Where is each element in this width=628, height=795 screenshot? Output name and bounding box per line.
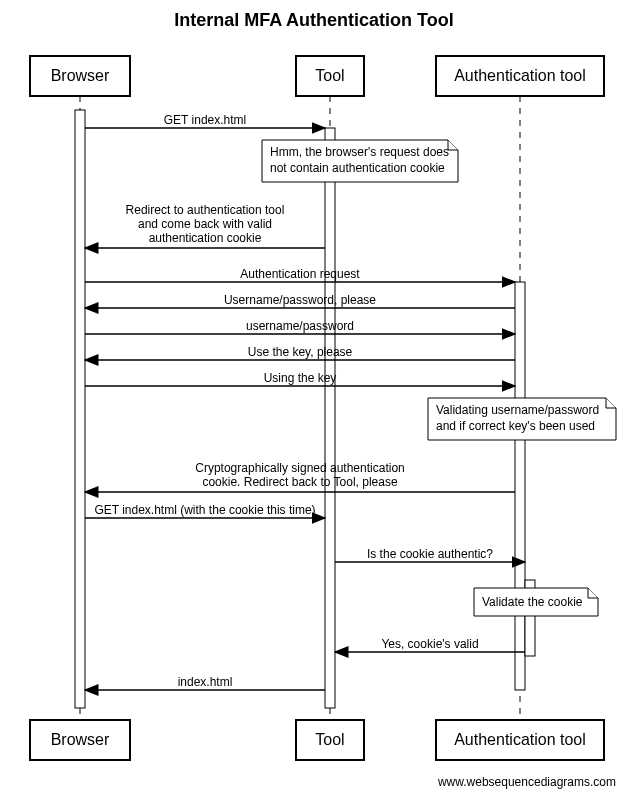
msg-signed-cookie-1: Cryptographically signed authentication: [195, 461, 404, 475]
msg-cookie-valid: Yes, cookie's valid: [381, 637, 478, 651]
svg-text:Browser: Browser: [51, 67, 110, 84]
msg-redirect-to-auth-3: authentication cookie: [149, 231, 262, 245]
svg-text:Tool: Tool: [315, 67, 344, 84]
actor-tool-bottom: Tool: [296, 720, 364, 760]
msg-get-index-cookie: GET index.html (with the cookie this tim…: [94, 503, 315, 517]
svg-text:Authentication tool: Authentication tool: [454, 731, 586, 748]
svg-text:Hmm, the browser's request doe: Hmm, the browser's request does: [270, 145, 449, 159]
msg-key-prompt: Use the key, please: [248, 345, 353, 359]
sequence-diagram: Internal MFA Authentication Tool Browser…: [0, 0, 628, 795]
msg-username-send: username/password: [246, 319, 354, 333]
diagram-title: Internal MFA Authentication Tool: [174, 10, 453, 30]
actor-tool-top: Tool: [296, 56, 364, 96]
credit-text: www.websequencediagrams.com: [437, 775, 616, 789]
msg-auth-request: Authentication request: [240, 267, 360, 281]
msg-username-prompt: Username/password, please: [224, 293, 376, 307]
actor-auth-bottom: Authentication tool: [436, 720, 604, 760]
msg-get-index: GET index.html: [164, 113, 246, 127]
activation-browser: [75, 110, 85, 708]
svg-text:Authentication tool: Authentication tool: [454, 67, 586, 84]
svg-text:not contain authentication coo: not contain authentication cookie: [270, 161, 445, 175]
actor-browser-bottom: Browser: [30, 720, 130, 760]
msg-is-cookie-authentic: Is the cookie authentic?: [367, 547, 493, 561]
svg-text:Tool: Tool: [315, 731, 344, 748]
msg-redirect-to-auth-1: Redirect to authentication tool: [126, 203, 285, 217]
msg-index-response: index.html: [178, 675, 233, 689]
svg-text:and if correct key's been used: and if correct key's been used: [436, 419, 595, 433]
note-validate-cookie: Validate the cookie: [474, 588, 598, 616]
svg-text:Browser: Browser: [51, 731, 110, 748]
actor-auth-top: Authentication tool: [436, 56, 604, 96]
msg-signed-cookie-2: cookie. Redirect back to Tool, please: [202, 475, 398, 489]
msg-key-send: Using the key: [264, 371, 337, 385]
activation-auth: [515, 282, 525, 690]
activation-tool: [325, 128, 335, 708]
note-validating: Validating username/password and if corr…: [428, 398, 616, 440]
svg-text:Validating username/password: Validating username/password: [436, 403, 599, 417]
actor-browser-top: Browser: [30, 56, 130, 96]
svg-text:Validate the cookie: Validate the cookie: [482, 595, 583, 609]
note-no-cookie: Hmm, the browser's request does not cont…: [262, 140, 458, 182]
msg-redirect-to-auth-2: and come back with valid: [138, 217, 272, 231]
